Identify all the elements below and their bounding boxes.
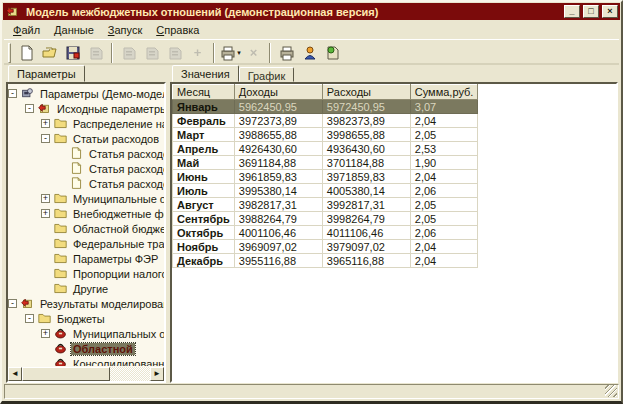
tree-item-budget-municipal[interactable]: +Муниципальных о bbox=[8, 326, 164, 341]
table-row[interactable]: Февраль3972373,893982373,892,04 bbox=[173, 114, 478, 128]
folder-icon bbox=[53, 192, 68, 205]
table-row[interactable]: Май3691184,883701184,881,90 bbox=[173, 156, 478, 170]
tree-item-fer-params[interactable]: Параметры ФЭР bbox=[8, 251, 164, 266]
tab-parameters[interactable]: Параметры bbox=[8, 65, 85, 82]
folder-icon bbox=[53, 117, 68, 130]
window-title: Модель межбюджетных отношений (демонстра… bbox=[26, 6, 561, 18]
tree-item-budgets[interactable]: -Бюджеты bbox=[8, 311, 164, 326]
folder-icon bbox=[53, 222, 68, 235]
tree-item-other[interactable]: Другие bbox=[8, 281, 164, 296]
horizontal-scrollbar[interactable]: ◄ ► bbox=[8, 367, 164, 381]
status-bar bbox=[4, 384, 619, 399]
table-row[interactable]: Август3982817,313992817,312,05 bbox=[173, 198, 478, 212]
tab-values[interactable]: Значения bbox=[172, 65, 239, 82]
values-panel: Значения График Месяц Доходы Расходы Сум… bbox=[170, 65, 618, 383]
resize-grip[interactable] bbox=[605, 385, 617, 397]
page-icon bbox=[69, 162, 84, 175]
folder-icon bbox=[53, 207, 68, 220]
menu-file[interactable]: Файл bbox=[6, 22, 47, 38]
package-icon bbox=[20, 297, 35, 310]
toolbar-separator bbox=[269, 43, 271, 63]
menu-bar: Файл Данные Запуск Справка bbox=[4, 21, 619, 39]
tree-item-model-root[interactable]: -Параметры (Демо-модель-2 bbox=[8, 86, 164, 101]
tree-item-budget-consolidated[interactable]: Консолидированн bbox=[8, 356, 164, 366]
table-row[interactable]: Сентябрь3988264,793998264,792,05 bbox=[173, 212, 478, 226]
tree-item-budget-regional[interactable]: Областной bbox=[8, 341, 164, 356]
app-window: Модель межбюджетных отношений (демонстра… bbox=[0, 0, 623, 404]
tree-item-municipal[interactable]: +Муниципальные обра bbox=[8, 191, 164, 206]
folder-icon bbox=[53, 282, 68, 295]
maximize-button[interactable]: □ bbox=[583, 5, 599, 18]
left-tab-row: Параметры bbox=[6, 65, 166, 82]
column-header-income[interactable]: Доходы bbox=[234, 85, 322, 100]
tree-item-expense-3[interactable]: Статья расходов 3 bbox=[8, 176, 164, 191]
tree-item-regional-budget[interactable]: Областной бюджет bbox=[8, 221, 164, 236]
page-icon bbox=[69, 177, 84, 190]
paste-icon bbox=[163, 42, 186, 64]
column-header-expense[interactable]: Расходы bbox=[322, 85, 410, 100]
table-row[interactable]: Июнь3961859,833971859,832,04 bbox=[173, 170, 478, 184]
table-row[interactable]: Июль3995380,144005380,142,06 bbox=[173, 184, 478, 198]
main-area: Параметры -Параметры (Демо-модель-2 -Исх… bbox=[4, 65, 619, 383]
tree-item-expense-2[interactable]: Статья расходов 2 bbox=[8, 161, 164, 176]
purse-icon bbox=[53, 357, 68, 366]
add-icon: + bbox=[186, 42, 209, 64]
printer-icon[interactable] bbox=[275, 42, 298, 64]
menu-run[interactable]: Запуск bbox=[101, 22, 149, 38]
parameters-panel: Параметры -Параметры (Демо-модель-2 -Исх… bbox=[6, 65, 166, 383]
page-icon bbox=[69, 147, 84, 160]
undo-icon bbox=[117, 42, 140, 64]
tree-item-input-params[interactable]: -Исходные параметры bbox=[8, 101, 164, 116]
save-all-icon bbox=[84, 42, 107, 64]
print-dropdown-icon[interactable]: ▾ bbox=[219, 42, 242, 64]
purse-icon bbox=[53, 327, 68, 340]
menu-help[interactable]: Справка bbox=[149, 22, 206, 38]
tree-item-tax-distribution[interactable]: +Распределение налог bbox=[8, 116, 164, 131]
redo-icon bbox=[140, 42, 163, 64]
toolbar-grip[interactable] bbox=[8, 43, 11, 63]
delete-icon: × bbox=[242, 42, 265, 64]
values-table: Месяц Доходы Расходы Сумма,руб. Январь59… bbox=[170, 82, 618, 383]
table-row[interactable]: Апрель4926430,604936430,602,53 bbox=[173, 142, 478, 156]
folder-icon bbox=[53, 252, 68, 265]
parameters-tree: -Параметры (Демо-модель-2 -Исходные пара… bbox=[6, 82, 166, 383]
exit-icon[interactable] bbox=[321, 42, 344, 64]
tree-item-extra-budget-funds[interactable]: +Внебюджетные фонд bbox=[8, 206, 164, 221]
folder-icon bbox=[53, 267, 68, 280]
toolbar-separator bbox=[213, 43, 215, 63]
table-row[interactable]: Октябрь4001106,464011106,462,06 bbox=[173, 226, 478, 240]
table-header-row: Месяц Доходы Расходы Сумма,руб. bbox=[173, 85, 478, 100]
about-icon[interactable] bbox=[298, 42, 321, 64]
model-icon bbox=[20, 87, 35, 100]
column-header-month[interactable]: Месяц bbox=[173, 85, 235, 100]
table-row[interactable]: Ноябрь3969097,023979097,022,04 bbox=[173, 240, 478, 254]
table-row[interactable]: Март3988655,883998655,882,05 bbox=[173, 128, 478, 142]
tree-item-federal-transfers[interactable]: Федеральные трансф bbox=[8, 236, 164, 251]
title-bar[interactable]: Модель межбюджетных отношений (демонстра… bbox=[3, 3, 620, 20]
tree-item-expense-1[interactable]: Статья расходов 1 bbox=[8, 146, 164, 161]
chevron-down-icon[interactable]: ▾ bbox=[237, 49, 241, 57]
scroll-left-icon[interactable]: ◄ bbox=[8, 367, 22, 381]
toolbar-separator bbox=[111, 43, 113, 63]
scrollbar-thumb[interactable] bbox=[22, 367, 110, 381]
scroll-right-icon[interactable]: ► bbox=[150, 367, 164, 381]
minimize-button[interactable]: _ bbox=[564, 5, 580, 18]
tree-item-expense-items[interactable]: -Статьи расходов bbox=[8, 131, 164, 146]
folder-icon bbox=[53, 237, 68, 250]
new-icon[interactable] bbox=[15, 42, 38, 64]
save-icon[interactable] bbox=[61, 42, 84, 64]
open-icon[interactable] bbox=[38, 42, 61, 64]
table-row[interactable]: Январь5962450,955972450,953,07 bbox=[173, 100, 478, 114]
tree-item-tax-proportions[interactable]: Пропорции налогов bbox=[8, 266, 164, 281]
close-button[interactable]: × bbox=[602, 5, 618, 18]
menu-data[interactable]: Данные bbox=[47, 22, 101, 38]
tab-chart[interactable]: График bbox=[239, 67, 295, 82]
right-tab-row: Значения График bbox=[170, 65, 618, 82]
app-icon bbox=[5, 5, 20, 18]
package-icon bbox=[37, 102, 52, 115]
table-row[interactable]: Декабрь3955116,883965116,882,04 bbox=[173, 254, 478, 268]
folder-icon bbox=[53, 132, 68, 145]
toolbar: + ▾ × bbox=[4, 39, 619, 65]
column-header-sum[interactable]: Сумма,руб. bbox=[410, 85, 478, 100]
tree-item-model-results[interactable]: -Результаты моделирован bbox=[8, 296, 164, 311]
